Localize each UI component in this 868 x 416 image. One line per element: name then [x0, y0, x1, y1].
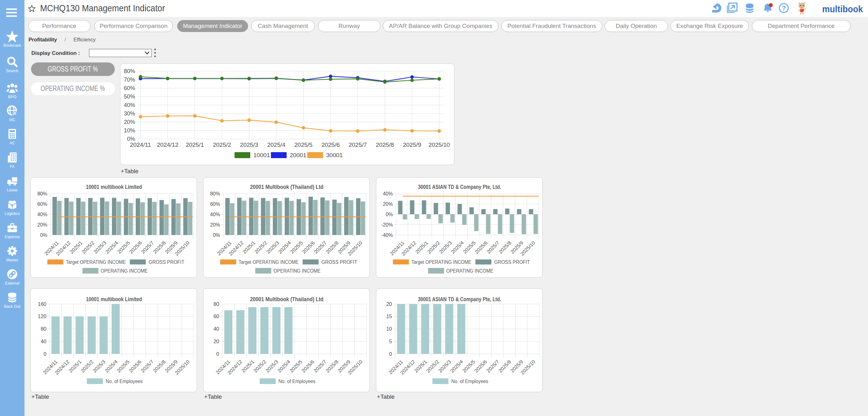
svg-text:2025/6: 2025/6 — [474, 240, 489, 255]
svg-text:20001 Multibook (Thailand) Ltd: 20001 Multibook (Thailand) Ltd — [250, 296, 323, 302]
svg-text:2025/7: 2025/7 — [486, 240, 500, 255]
svg-text:2025/3: 2025/3 — [438, 240, 453, 255]
svg-text:2025/5: 2025/5 — [462, 240, 477, 255]
svg-text:10001 multibook Limited: 10001 multibook Limited — [86, 184, 142, 190]
svg-text:40%: 40% — [210, 212, 220, 217]
svg-text:20: 20 — [386, 301, 392, 307]
svg-text:0: 0 — [389, 351, 392, 357]
svg-text:0%: 0% — [127, 136, 135, 142]
svg-text:2025/2: 2025/2 — [253, 240, 268, 255]
svg-text:2025/5: 2025/5 — [116, 240, 131, 255]
svg-text:2024/12: 2024/12 — [157, 142, 179, 148]
svg-text:2025/1: 2025/1 — [186, 142, 204, 148]
svg-text:60: 60 — [214, 314, 219, 319]
svg-text:20001 Multibook (Thailand) Ltd: 20001 Multibook (Thailand) Ltd — [250, 184, 323, 190]
svg-text:0: 0 — [216, 351, 219, 357]
svg-text:2025/6: 2025/6 — [321, 142, 340, 148]
svg-text:2025/8: 2025/8 — [325, 359, 340, 374]
svg-text:2025/4: 2025/4 — [277, 240, 292, 255]
svg-text:No. of Employees: No. of Employees — [106, 379, 143, 384]
svg-text:GROSS PROFIT: GROSS PROFIT — [494, 260, 530, 265]
svg-text:20%: 20% — [124, 119, 135, 125]
svg-text:20%: 20% — [37, 222, 48, 228]
svg-text:2025/4: 2025/4 — [450, 240, 465, 255]
svg-text:2025/5: 2025/5 — [116, 359, 131, 374]
svg-text:2025/6: 2025/6 — [301, 359, 315, 374]
svg-text:Target OPERATING INCOME: Target OPERATING INCOME — [66, 260, 126, 265]
svg-text:2025/8: 2025/8 — [152, 359, 167, 374]
svg-text:2025/2: 2025/2 — [213, 142, 231, 148]
svg-text:40%: 40% — [124, 102, 135, 108]
svg-text:50%: 50% — [124, 93, 135, 100]
svg-text:5: 5 — [389, 338, 392, 344]
svg-text:2025/3: 2025/3 — [265, 240, 280, 255]
svg-text:0%: 0% — [213, 233, 220, 238]
svg-text:80%: 80% — [210, 191, 220, 197]
svg-text:2025/1: 2025/1 — [413, 359, 428, 374]
svg-text:2025/1: 2025/1 — [69, 240, 84, 255]
svg-text:2025/2: 2025/2 — [426, 240, 441, 255]
svg-text:2025/7: 2025/7 — [349, 142, 367, 148]
svg-text:60%: 60% — [210, 201, 220, 207]
svg-text:2025/6: 2025/6 — [128, 240, 143, 255]
svg-text:GROSS PROFIT %: GROSS PROFIT % — [48, 65, 98, 73]
svg-text:2025/10: 2025/10 — [428, 142, 450, 148]
svg-text:2025/3: 2025/3 — [265, 359, 279, 374]
svg-text:80%: 80% — [124, 68, 135, 75]
svg-text:2025/6: 2025/6 — [301, 240, 316, 255]
svg-text:2025/5: 2025/5 — [462, 359, 476, 374]
svg-text:2025/4: 2025/4 — [104, 359, 119, 374]
svg-text:GROSS PROFIT: GROSS PROFIT — [321, 260, 357, 265]
svg-text:20%: 20% — [383, 201, 393, 207]
svg-text:2025/3: 2025/3 — [92, 359, 106, 374]
svg-text:10: 10 — [386, 326, 392, 332]
svg-text:160: 160 — [38, 301, 46, 307]
svg-text:2025/7: 2025/7 — [313, 359, 328, 374]
svg-text:2025/1: 2025/1 — [68, 359, 83, 374]
svg-text:2025/2: 2025/2 — [80, 359, 95, 374]
svg-text:OPERATING INCOME: OPERATING INCOME — [274, 268, 320, 273]
svg-text:GROSS PROFIT: GROSS PROFIT — [149, 260, 184, 265]
svg-text:2025/1: 2025/1 — [414, 240, 429, 255]
svg-text:No. of Employees: No. of Employees — [278, 379, 315, 384]
svg-text:2025/7: 2025/7 — [313, 240, 328, 255]
svg-text:60%: 60% — [37, 201, 48, 207]
svg-text:OPERATING INCOME: OPERATING INCOME — [446, 268, 493, 273]
svg-text:30001: 30001 — [326, 152, 343, 158]
svg-text:10%: 10% — [124, 127, 135, 133]
svg-text:2025/4: 2025/4 — [450, 359, 464, 374]
svg-text:70%: 70% — [124, 77, 135, 83]
svg-text:80%: 80% — [37, 191, 48, 197]
svg-text:60%: 60% — [124, 85, 135, 91]
svg-text:2025/5: 2025/5 — [289, 240, 304, 255]
svg-text:2025/8: 2025/8 — [152, 240, 167, 255]
svg-text:0%: 0% — [40, 233, 48, 238]
svg-text:20001: 20001 — [290, 152, 306, 158]
svg-text:15: 15 — [386, 314, 392, 319]
svg-text:2025/8: 2025/8 — [498, 359, 513, 374]
svg-text:2025/5: 2025/5 — [289, 359, 304, 374]
svg-text:OPERATING INCOME %: OPERATING INCOME % — [41, 84, 105, 93]
svg-text:multibook: multibook — [822, 4, 863, 14]
svg-text:2025/3: 2025/3 — [437, 359, 452, 374]
svg-text:30%: 30% — [124, 111, 135, 117]
svg-text:2025/4: 2025/4 — [104, 240, 119, 255]
svg-text:80: 80 — [41, 326, 46, 332]
svg-text:20%: 20% — [210, 222, 220, 228]
svg-text:2025/3: 2025/3 — [240, 142, 258, 148]
svg-text:No. of Employees: No. of Employees — [451, 379, 488, 384]
svg-text:2025/6: 2025/6 — [128, 359, 143, 374]
svg-text:10001 multibook Limited: 10001 multibook Limited — [86, 296, 142, 302]
svg-text:2024/11: 2024/11 — [130, 142, 151, 148]
svg-text:2025/5: 2025/5 — [294, 142, 313, 148]
svg-text:MCHQ130 Management Indicator: MCHQ130 Management Indicator — [40, 3, 165, 13]
svg-text:2025/1: 2025/1 — [242, 240, 256, 255]
svg-text:2025/2: 2025/2 — [426, 359, 440, 374]
svg-text:2025/6: 2025/6 — [473, 359, 488, 374]
svg-text:2025/7: 2025/7 — [140, 359, 155, 374]
svg-text:120: 120 — [38, 314, 46, 319]
svg-text:2025/7: 2025/7 — [486, 359, 500, 374]
svg-text:-20%: -20% — [381, 222, 393, 228]
svg-text:2025/8: 2025/8 — [498, 240, 513, 255]
svg-text:-40%: -40% — [381, 233, 393, 238]
